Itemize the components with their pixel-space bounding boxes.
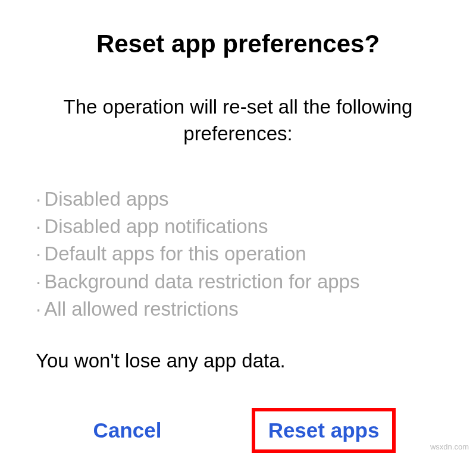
- cancel-button[interactable]: Cancel: [80, 411, 175, 449]
- footer-note: You won't lose any app data.: [30, 350, 446, 372]
- preferences-list: Disabled apps Disabled app notifications…: [30, 185, 446, 323]
- reset-apps-button[interactable]: Reset apps: [255, 411, 393, 449]
- list-item: Disabled app notifications: [36, 213, 446, 240]
- watermark-text: wsxdn.com: [430, 442, 469, 451]
- dialog-title: Reset app preferences?: [30, 30, 446, 58]
- dialog-button-row: Cancel Reset apps: [30, 408, 446, 453]
- list-item: Disabled apps: [36, 185, 446, 213]
- list-item: All allowed restrictions: [36, 295, 446, 323]
- dialog-description: The operation will re-set all the follow…: [30, 94, 446, 147]
- reset-preferences-dialog: Reset app preferences? The operation wil…: [0, 0, 476, 456]
- list-item: Default apps for this operation: [36, 240, 446, 268]
- highlight-annotation: Reset apps: [252, 408, 396, 453]
- list-item: Background data restriction for apps: [36, 268, 446, 295]
